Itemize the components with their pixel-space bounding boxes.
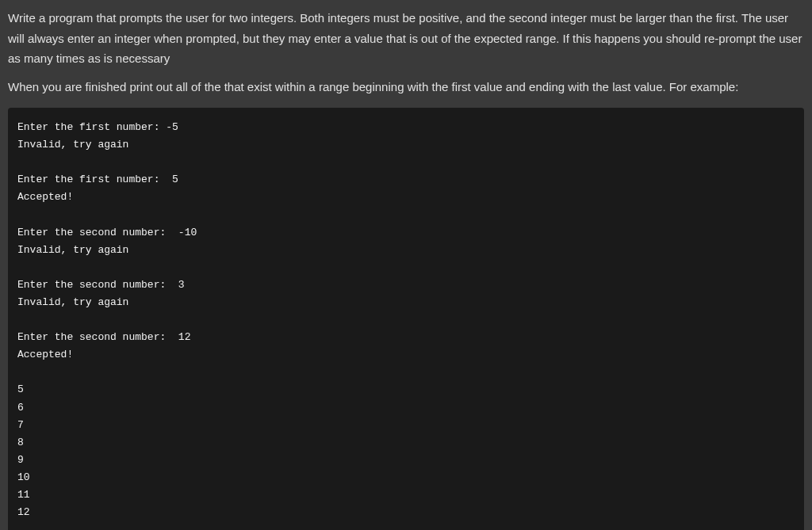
problem-description: Write a program that prompts the user fo… <box>8 8 804 97</box>
problem-paragraph-1: Write a program that prompts the user fo… <box>8 8 804 69</box>
problem-paragraph-2: When you are finished print out all of t… <box>8 77 804 97</box>
example-output-block: Enter the first number: -5 Invalid, try … <box>8 108 804 530</box>
